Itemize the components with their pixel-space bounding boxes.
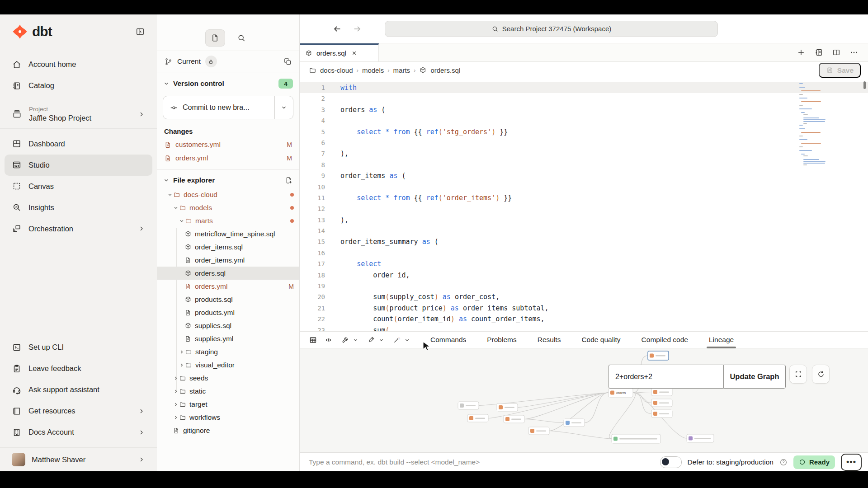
sidebar-item-docs-account[interactable]: Docs Account xyxy=(5,422,152,443)
panel-tab-lineage[interactable]: Lineage xyxy=(698,332,744,348)
tab-orders-sql[interactable]: orders.sql xyxy=(300,43,379,61)
status-ready-badge[interactable]: Ready xyxy=(793,455,835,469)
chevron-down-icon[interactable] xyxy=(353,337,359,343)
chevron-down-icon[interactable] xyxy=(167,192,173,197)
update-graph-button[interactable]: Update Graph xyxy=(723,365,786,389)
sidebar-item-get-resources[interactable]: Get resources xyxy=(5,400,152,422)
chevron-right-icon[interactable] xyxy=(173,375,179,381)
lineage-node[interactable] xyxy=(612,434,660,443)
close-tab-icon[interactable] xyxy=(351,50,357,56)
sidebar-item-orchestration[interactable]: Orchestration xyxy=(5,218,152,239)
chevron-right-icon[interactable] xyxy=(179,362,185,368)
tree-item-marts[interactable]: marts xyxy=(157,214,299,227)
code-compile-icon[interactable] xyxy=(321,333,335,346)
tree-item-visual_editor[interactable]: visual_editor xyxy=(157,358,299,371)
file-explorer-header[interactable]: File explorer xyxy=(157,170,299,188)
editor-scrollbar[interactable] xyxy=(863,81,866,89)
tree-item-orders.sql[interactable]: orders.sql xyxy=(157,267,299,280)
tree-item-products.yml[interactable]: products.yml xyxy=(157,306,299,319)
sidebar-item-ask-support[interactable]: Ask support assistant xyxy=(5,379,152,400)
tree-item-supplies.yml[interactable]: supplies.yml xyxy=(157,332,299,345)
search-files-button[interactable] xyxy=(231,29,251,47)
tree-item-supplies.sql[interactable]: supplies.sql xyxy=(157,319,299,332)
lineage-panel[interactable]: orders xyxy=(300,348,868,452)
notebook-button[interactable] xyxy=(812,46,826,59)
chevron-down-icon[interactable] xyxy=(173,205,179,211)
commit-options-button[interactable] xyxy=(274,96,293,119)
chevron-down-icon[interactable] xyxy=(179,218,185,224)
defer-toggle[interactable] xyxy=(660,456,682,468)
lineage-node-orders[interactable]: orders xyxy=(609,388,633,397)
tree-item-order_items.sql[interactable]: order_items.sql xyxy=(157,240,299,253)
save-button[interactable]: Save xyxy=(819,63,861,78)
fullscreen-button[interactable] xyxy=(789,365,807,384)
help-icon[interactable] xyxy=(779,458,788,466)
sidebar-item-insights[interactable]: Insights xyxy=(5,197,152,218)
chevron-right-icon[interactable] xyxy=(173,415,179,420)
new-tab-button[interactable] xyxy=(794,46,808,59)
lineage-node[interactable] xyxy=(528,427,549,435)
commit-button[interactable]: Commit to new bra... xyxy=(163,96,274,119)
tree-item-order_items.yml[interactable]: order_items.yml xyxy=(157,253,299,267)
chevron-right-icon[interactable] xyxy=(173,389,179,394)
chevron-down-icon[interactable] xyxy=(404,337,410,343)
lineage-node[interactable] xyxy=(651,388,672,396)
tree-item-products.sql[interactable]: products.sql xyxy=(157,293,299,306)
tree-item-target[interactable]: target xyxy=(157,398,299,411)
sidebar-item-catalog[interactable]: Catalog xyxy=(5,75,152,96)
build-wrench-icon[interactable] xyxy=(339,333,352,346)
split-editor-button[interactable] xyxy=(830,46,843,59)
ide-options-button[interactable]: ••• xyxy=(841,454,862,471)
sidebar-item-dashboard[interactable]: Dashboard xyxy=(5,133,152,155)
lineage-node[interactable] xyxy=(651,410,672,418)
chevron-right-icon[interactable] xyxy=(173,402,179,407)
panel-tab-compiled-code[interactable]: Compiled code xyxy=(631,332,698,348)
lineage-node[interactable] xyxy=(504,415,524,423)
sidebar-item-studio[interactable]: Studio xyxy=(5,155,152,176)
back-button[interactable] xyxy=(332,24,342,34)
tree-item-staging[interactable]: staging xyxy=(157,345,299,358)
chevron-down-icon[interactable] xyxy=(378,337,384,343)
tree-item-orders.yml[interactable]: orders.yml M xyxy=(157,280,299,293)
lineage-node[interactable] xyxy=(687,434,714,442)
code-editor[interactable]: 1 with 2 3 orders as ( 4 5 select * from… xyxy=(300,79,868,331)
breadcrumb-item[interactable]: orders.sql xyxy=(430,66,460,74)
copilot-wand-icon[interactable] xyxy=(391,333,403,346)
tree-item-gitignore[interactable]: gitignore xyxy=(157,424,299,437)
changed-file-customers.yml[interactable]: customers.yml M xyxy=(157,138,299,151)
lineage-graph[interactable]: orders xyxy=(300,348,868,452)
tree-item-static[interactable]: static xyxy=(157,385,299,398)
breadcrumb-item[interactable]: models xyxy=(362,66,384,74)
project-search-bar[interactable]: Search Project 372475 (Workspace) xyxy=(385,21,718,37)
tree-item-seeds[interactable]: seeds xyxy=(157,371,299,385)
new-file-icon[interactable] xyxy=(285,176,293,184)
lineage-node[interactable] xyxy=(651,399,672,407)
format-brush-icon[interactable] xyxy=(365,333,377,346)
tree-item-docs-cloud[interactable]: docs-cloud xyxy=(157,188,299,201)
command-input[interactable]: Type a command, ex. dbt build --select <… xyxy=(309,458,660,466)
sidebar-project[interactable]: Project Jaffle Shop Project xyxy=(0,101,157,128)
sidebar-item-canvas[interactable]: Canvas xyxy=(5,176,152,197)
chevron-right-icon[interactable] xyxy=(179,349,185,355)
lineage-node[interactable] xyxy=(564,419,585,427)
sidebar-item-leave-feedback[interactable]: Leave feedback xyxy=(5,358,152,379)
tree-item-models[interactable]: models xyxy=(157,201,299,214)
lineage-node[interactable] xyxy=(467,414,488,422)
breadcrumb-item[interactable]: marts xyxy=(393,66,410,74)
lineage-node[interactable] xyxy=(648,351,669,360)
files-view-button[interactable] xyxy=(205,29,225,47)
results-table-icon[interactable] xyxy=(306,333,320,346)
sidebar-user[interactable]: Matthew Shaver xyxy=(0,447,157,471)
tree-item-workflows[interactable]: workflows xyxy=(157,411,299,424)
version-control-header[interactable]: Version control 4 xyxy=(157,72,299,92)
tree-item-metricflow_time_spine.sql[interactable]: metricflow_time_spine.sql xyxy=(157,227,299,240)
changed-file-orders.yml[interactable]: orders.yml M xyxy=(157,151,299,165)
lineage-node[interactable] xyxy=(458,402,479,409)
lineage-node[interactable] xyxy=(497,404,518,411)
sidebar-item-setup-cli[interactable]: Set up CLI xyxy=(5,337,152,358)
copy-icon[interactable] xyxy=(283,57,292,66)
lineage-selector-input[interactable] xyxy=(609,365,723,389)
branch-row[interactable]: Current xyxy=(157,51,299,72)
sidebar-item-account-home[interactable]: Account home xyxy=(5,54,152,75)
more-options-button[interactable] xyxy=(847,46,861,59)
